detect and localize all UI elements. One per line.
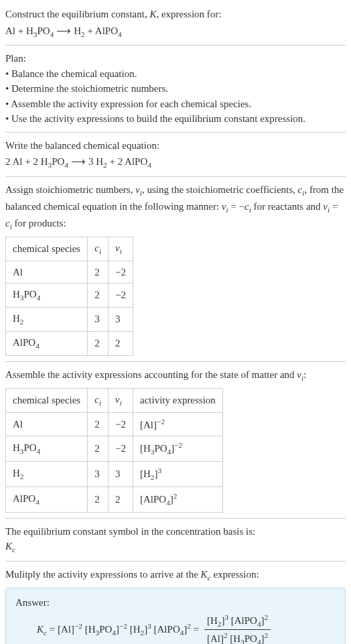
cell-c: 2 [88, 487, 109, 512]
cell-v: 3 [109, 308, 133, 332]
th-species: chemical species [6, 237, 88, 261]
th-nu-i: i [120, 399, 122, 407]
fraction: [H2]3 [AlPO4]2[Al]2 [H3PO4]2 [204, 612, 271, 645]
cell-species: AlPO4 [6, 332, 88, 356]
assign-eq1-eq: = − [228, 201, 244, 212]
eqsymbol-kc: Kc [5, 539, 346, 556]
table-row: Al 2 −2 [6, 261, 133, 283]
sp: H [13, 289, 20, 300]
kc-c: c [12, 545, 15, 554]
sp2-sub: 4 [37, 447, 41, 455]
table-row: H2 3 3 [H2]3 [6, 462, 223, 487]
assign-eq2-nu: ν [323, 201, 328, 212]
sp: Al [13, 419, 23, 430]
bal-alpo4-4: 4 [147, 161, 151, 169]
cell-v: 2 [109, 332, 133, 356]
balanced-equation: 2 Al + 2 H3PO4⟶3 H2 + 2 AlPO4 [5, 154, 346, 171]
product-h2-h: H [74, 25, 81, 36]
arrow-icon: ⟶ [68, 156, 88, 167]
bal-h3po4-po: PO [52, 156, 64, 167]
ans-t2a: [H [85, 623, 96, 634]
cell-v: −2 [109, 283, 133, 308]
sp-sub: 4 [36, 498, 40, 506]
plan-section: Plan: • Balance the chemical equation. •… [5, 51, 346, 127]
cell-activity: [Al]−2 [133, 412, 222, 436]
table-row: H2 3 3 [6, 308, 133, 332]
sp: Al [13, 267, 23, 277]
cell-c: 2 [88, 436, 109, 462]
arrow-icon: ⟶ [54, 25, 74, 36]
d1: [Al] [207, 633, 224, 644]
plan-bullet-2: • Determine the stoichiometric numbers. [5, 81, 346, 96]
eqsymbol-section: The equilibrium constant symbol in the c… [5, 524, 346, 556]
a-pre: [AlPO [140, 494, 166, 505]
sp2: PO [23, 289, 36, 300]
ans-t3a: [H [130, 623, 141, 634]
a-exp: 2 [173, 492, 178, 500]
cell-activity: [H3PO4]−2 [133, 436, 222, 462]
cell-species: H3PO4 [6, 436, 88, 462]
plus2: + [85, 25, 95, 36]
assign-eq2-eq: = [330, 201, 338, 212]
d2a: [H [230, 633, 240, 644]
sp-sub: 2 [20, 472, 24, 480]
cell-c: 3 [88, 462, 109, 487]
cell-c: 2 [88, 412, 109, 436]
sp: H [13, 313, 20, 324]
n2a: [AlPO [231, 615, 257, 626]
assign-section: Assign stoichiometric numbers, νi, using… [5, 182, 346, 356]
cell-species: AlPO4 [6, 487, 88, 512]
product-alpo4-4: 4 [118, 30, 122, 38]
cell-species: H3PO4 [6, 283, 88, 308]
a-exp: 3 [157, 466, 161, 474]
th-nu: ν [115, 394, 120, 405]
a-exp: −2 [174, 441, 182, 449]
sp2: PO [23, 442, 36, 453]
divider [5, 176, 346, 177]
cell-c: 3 [88, 308, 109, 332]
sp: AlPO [13, 493, 36, 504]
assemble-t2: : [303, 369, 306, 380]
cell-v: 2 [109, 487, 133, 512]
th-ci: ci [88, 388, 109, 412]
plus: + [22, 156, 33, 167]
th-ci: ci [88, 237, 109, 261]
cell-activity: [H2]3 [133, 462, 222, 487]
cell-v: −2 [109, 436, 133, 462]
intro-equation: Al + H3PO4⟶H2 + AlPO4 [5, 23, 346, 40]
table-header-row: chemical species ci νi activity expressi… [6, 388, 223, 412]
cell-c: 2 [88, 261, 109, 283]
th-c-i: i [99, 399, 101, 407]
kc-k: K [5, 541, 12, 552]
reactant-al: Al [5, 25, 15, 36]
plan-bullet-3: • Assemble the activity expression for e… [5, 96, 346, 112]
d2b: PO [244, 633, 257, 644]
answer-box: Answer: Kc = [Al]−2 [H3PO4]−2 [H2]3 [AlP… [5, 588, 346, 644]
plan-bullet-1: • Balance the chemical equation. [5, 66, 346, 82]
balanced-section: Write the balanced chemical equation: 2 … [5, 138, 346, 171]
n1a: [H [207, 615, 218, 626]
numerator: [H2]3 [AlPO4]2 [204, 612, 271, 631]
cell-species: H2 [6, 308, 88, 332]
cell-species: H2 [6, 462, 88, 487]
table-header-row: chemical species ci νi [6, 237, 133, 261]
d1-exp: 2 [224, 631, 228, 639]
table-row: AlPO4 2 2 [6, 332, 133, 356]
assign-eq1-c: c [244, 201, 249, 212]
assign-t4: for reactants and [251, 201, 323, 212]
assemble-nu: ν [297, 369, 301, 380]
table-row: AlPO4 2 2 [AlPO4]2 [6, 487, 223, 512]
ans-t2-exp: −2 [119, 621, 127, 629]
assign-t1: Assign stoichiometric numbers, [5, 184, 135, 195]
reactant-h3po4-h: H [26, 25, 33, 36]
intro-suffix: , expression for: [156, 9, 221, 19]
bal-h3po4-h: 2 H [33, 156, 48, 167]
sp: H [13, 468, 20, 478]
divider [5, 45, 346, 46]
a-pre: [Al] [140, 420, 157, 430]
stoich-table: chemical species ci νi Al 2 −2 H3PO4 2 −… [5, 237, 133, 356]
cell-species: Al [6, 412, 88, 436]
n2-exp: 2 [265, 613, 269, 621]
eqsymbol-text: The equilibrium constant symbol in the c… [5, 524, 346, 539]
assemble-text: Assemble the activity expressions accoun… [5, 367, 346, 384]
